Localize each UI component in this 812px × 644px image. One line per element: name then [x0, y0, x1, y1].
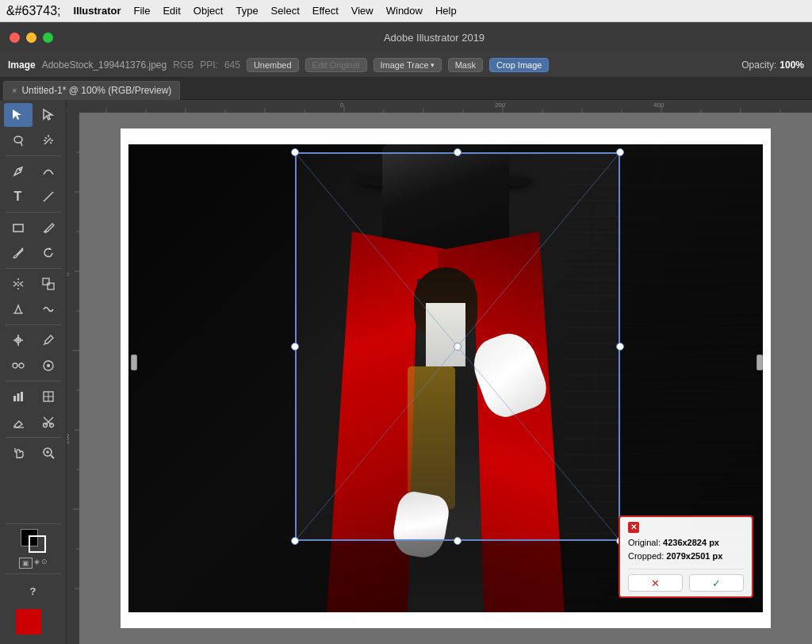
info-original: Original: 4236x2824 px	[628, 536, 744, 550]
crop-handle-middle-right[interactable]	[616, 343, 624, 351]
graph-tool[interactable]	[4, 385, 33, 408]
crop-handle-middle-left[interactable]	[291, 343, 299, 351]
bottom-tools: ▣ ◈ ⊙ ?	[6, 522, 61, 641]
svg-rect-15	[48, 283, 54, 289]
reflect-tool[interactable]	[4, 272, 33, 296]
color-mode: RGB	[173, 59, 193, 71]
app-name-menu[interactable]: Illustrator	[74, 5, 121, 17]
context-bar: Image AdobeStock_199441376.jpeg RGB PPI:…	[0, 52, 812, 78]
window-menu[interactable]: Window	[386, 5, 423, 17]
rectangle-tool[interactable]	[4, 216, 33, 240]
apply-icon: ✓	[712, 577, 721, 589]
crop-handle-bottom-left[interactable]	[291, 537, 299, 545]
crop-handle-edge-left[interactable]	[131, 355, 137, 370]
unembed-button[interactable]: Unembed	[247, 58, 299, 72]
color-chip-small	[32, 625, 41, 634]
normal-mode-icon[interactable]: ▣	[19, 558, 33, 569]
cancel-crop-button[interactable]: ✕	[628, 574, 683, 592]
crop-handle-top-center[interactable]	[454, 148, 462, 156]
help-menu[interactable]: Help	[435, 5, 457, 17]
edit-menu[interactable]: Edit	[163, 5, 180, 17]
crop-handle-edge-right[interactable]	[756, 355, 763, 370]
eyedropper-tool[interactable]	[34, 328, 63, 352]
canvas-wrapper: 0 200 400	[67, 100, 812, 644]
zoom-tool[interactable]	[34, 441, 63, 465]
crop-image-button[interactable]: Crop Image	[489, 58, 549, 72]
opacity-value[interactable]: 100%	[779, 59, 804, 71]
tab-untitled[interactable]: × Untitled-1* @ 100% (RGB/Preview)	[3, 81, 180, 100]
ruler-left: 0 200	[67, 113, 79, 644]
magic-wand-tool[interactable]	[34, 128, 63, 152]
svg-line-7	[44, 138, 51, 144]
symbol-tool[interactable]	[34, 354, 63, 378]
svg-text:200: 200	[495, 102, 506, 109]
mask-button[interactable]: Mask	[448, 58, 483, 72]
blend-tool[interactable]	[4, 354, 33, 378]
pen-tool[interactable]	[4, 159, 33, 183]
svg-text:0: 0	[340, 102, 344, 109]
object-menu[interactable]: Object	[193, 5, 224, 17]
warp-tool[interactable]	[34, 297, 63, 321]
cancel-icon: ✕	[651, 577, 660, 589]
slice-tool[interactable]	[34, 385, 63, 408]
type-tool[interactable]: T	[4, 185, 33, 209]
info-buttons: ✕ ✓	[628, 569, 744, 592]
opacity-control: Opacity: 100%	[741, 59, 804, 71]
stroke-color[interactable]	[29, 535, 46, 553]
crop-handle-middle-center[interactable]	[454, 343, 462, 351]
svg-line-20	[44, 343, 45, 345]
hand-tool[interactable]	[4, 441, 33, 465]
apple-menu[interactable]: &#63743;	[6, 4, 61, 18]
rotate-tool[interactable]	[34, 241, 63, 265]
select-menu[interactable]: Select	[271, 5, 300, 17]
artboard: ✕ Original: 4236x2824 px Cropped: 2079x2…	[121, 128, 771, 628]
shirt	[426, 303, 465, 366]
crop-handle-bottom-center[interactable]	[454, 537, 462, 545]
view-menu[interactable]: View	[351, 5, 373, 17]
lasso-tool[interactable]	[4, 128, 33, 152]
effect-menu[interactable]: Effect	[312, 5, 339, 17]
pencil-tool[interactable]	[34, 216, 63, 240]
selection-tool[interactable]	[4, 103, 33, 127]
shear-tool[interactable]	[4, 297, 33, 321]
direct-selection-tool[interactable]	[34, 103, 63, 127]
edit-original-button[interactable]: Edit Original	[305, 58, 367, 72]
app-title: Adobe Illustrator 2019	[66, 32, 802, 44]
scale-tool[interactable]	[34, 272, 63, 296]
image-trace-arrow: ▾	[431, 61, 435, 69]
svg-rect-26	[13, 396, 16, 401]
canvas-scroll[interactable]: ✕ Original: 4236x2824 px Cropped: 2079x2…	[79, 113, 812, 644]
scissors-tool[interactable]	[34, 410, 63, 434]
apply-crop-button[interactable]: ✓	[689, 574, 744, 592]
crop-handle-top-right[interactable]	[616, 148, 624, 156]
fill-stroke-area[interactable]	[17, 529, 49, 554]
image-trace-label: Image Trace	[381, 60, 429, 70]
file-menu[interactable]: File	[133, 5, 150, 17]
tab-bar: × Untitled-1* @ 100% (RGB/Preview)	[0, 78, 812, 100]
line-tool[interactable]	[34, 185, 63, 209]
traffic-light-close[interactable]	[10, 33, 20, 43]
paintbrush-tool[interactable]	[4, 241, 33, 265]
tab-close-button[interactable]: ×	[12, 86, 17, 95]
traffic-light-maximize[interactable]	[43, 33, 53, 43]
help-button[interactable]: ?	[6, 579, 61, 603]
curvature-tool[interactable]	[34, 159, 63, 183]
eraser-tool[interactable]	[4, 410, 33, 434]
menu-bar: &#63743; Illustrator File Edit Object Ty…	[0, 0, 812, 22]
info-close-icon[interactable]: ✕	[628, 522, 639, 533]
type-menu[interactable]: Type	[236, 5, 258, 17]
crop-handle-top-left[interactable]	[291, 148, 299, 156]
behind-mode-icon[interactable]: ◈	[34, 558, 40, 569]
svg-rect-14	[43, 278, 49, 285]
info-box-header: ✕	[628, 522, 744, 533]
image-container: ✕ Original: 4236x2824 px Cropped: 2079x2…	[128, 144, 763, 612]
inside-mode-icon[interactable]: ⊙	[41, 558, 48, 569]
svg-point-22	[19, 363, 24, 368]
traffic-light-minimize[interactable]	[26, 33, 36, 43]
svg-rect-28	[21, 392, 23, 401]
image-trace-dropdown[interactable]: Image Trace ▾	[373, 58, 442, 72]
width-tool[interactable]	[4, 328, 33, 352]
ppi-value: 645	[224, 59, 240, 71]
svg-rect-66	[67, 113, 79, 644]
svg-rect-10	[13, 224, 23, 232]
